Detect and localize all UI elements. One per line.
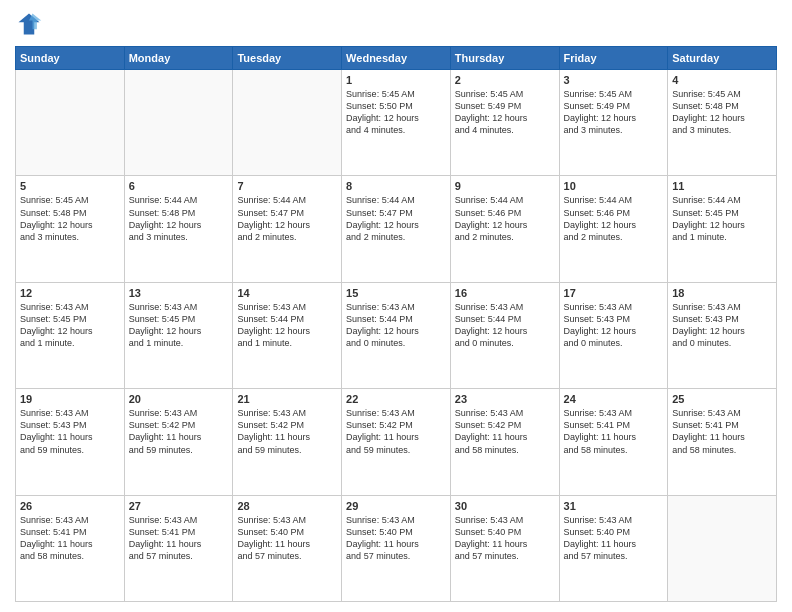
day-number: 15 (346, 287, 446, 299)
weekday-header-saturday: Saturday (668, 47, 777, 70)
day-info: Sunrise: 5:44 AM Sunset: 5:47 PM Dayligh… (346, 194, 446, 243)
day-cell: 2Sunrise: 5:45 AM Sunset: 5:49 PM Daylig… (450, 70, 559, 176)
day-cell: 24Sunrise: 5:43 AM Sunset: 5:41 PM Dayli… (559, 389, 668, 495)
day-info: Sunrise: 5:44 AM Sunset: 5:46 PM Dayligh… (564, 194, 664, 243)
day-cell: 4Sunrise: 5:45 AM Sunset: 5:48 PM Daylig… (668, 70, 777, 176)
day-info: Sunrise: 5:43 AM Sunset: 5:42 PM Dayligh… (237, 407, 337, 456)
logo (15, 10, 47, 38)
day-info: Sunrise: 5:45 AM Sunset: 5:49 PM Dayligh… (455, 88, 555, 137)
day-cell: 31Sunrise: 5:43 AM Sunset: 5:40 PM Dayli… (559, 495, 668, 601)
day-number: 9 (455, 180, 555, 192)
day-cell: 5Sunrise: 5:45 AM Sunset: 5:48 PM Daylig… (16, 176, 125, 282)
day-info: Sunrise: 5:43 AM Sunset: 5:44 PM Dayligh… (346, 301, 446, 350)
day-info: Sunrise: 5:43 AM Sunset: 5:43 PM Dayligh… (20, 407, 120, 456)
day-cell: 12Sunrise: 5:43 AM Sunset: 5:45 PM Dayli… (16, 282, 125, 388)
week-row-3: 12Sunrise: 5:43 AM Sunset: 5:45 PM Dayli… (16, 282, 777, 388)
day-number: 12 (20, 287, 120, 299)
day-number: 8 (346, 180, 446, 192)
day-info: Sunrise: 5:45 AM Sunset: 5:48 PM Dayligh… (20, 194, 120, 243)
day-cell: 14Sunrise: 5:43 AM Sunset: 5:44 PM Dayli… (233, 282, 342, 388)
day-number: 14 (237, 287, 337, 299)
weekday-header-monday: Monday (124, 47, 233, 70)
week-row-5: 26Sunrise: 5:43 AM Sunset: 5:41 PM Dayli… (16, 495, 777, 601)
header (15, 10, 777, 38)
day-cell: 9Sunrise: 5:44 AM Sunset: 5:46 PM Daylig… (450, 176, 559, 282)
day-number: 1 (346, 74, 446, 86)
day-number: 5 (20, 180, 120, 192)
day-info: Sunrise: 5:43 AM Sunset: 5:41 PM Dayligh… (564, 407, 664, 456)
day-info: Sunrise: 5:43 AM Sunset: 5:43 PM Dayligh… (672, 301, 772, 350)
day-info: Sunrise: 5:45 AM Sunset: 5:49 PM Dayligh… (564, 88, 664, 137)
day-info: Sunrise: 5:43 AM Sunset: 5:41 PM Dayligh… (20, 514, 120, 563)
day-number: 2 (455, 74, 555, 86)
day-cell: 25Sunrise: 5:43 AM Sunset: 5:41 PM Dayli… (668, 389, 777, 495)
weekday-header-friday: Friday (559, 47, 668, 70)
day-number: 29 (346, 500, 446, 512)
day-cell: 30Sunrise: 5:43 AM Sunset: 5:40 PM Dayli… (450, 495, 559, 601)
day-info: Sunrise: 5:43 AM Sunset: 5:41 PM Dayligh… (129, 514, 229, 563)
day-cell: 20Sunrise: 5:43 AM Sunset: 5:42 PM Dayli… (124, 389, 233, 495)
day-info: Sunrise: 5:45 AM Sunset: 5:50 PM Dayligh… (346, 88, 446, 137)
day-info: Sunrise: 5:45 AM Sunset: 5:48 PM Dayligh… (672, 88, 772, 137)
weekday-header-thursday: Thursday (450, 47, 559, 70)
day-cell: 10Sunrise: 5:44 AM Sunset: 5:46 PM Dayli… (559, 176, 668, 282)
day-number: 4 (672, 74, 772, 86)
day-info: Sunrise: 5:43 AM Sunset: 5:45 PM Dayligh… (129, 301, 229, 350)
day-number: 6 (129, 180, 229, 192)
day-info: Sunrise: 5:43 AM Sunset: 5:44 PM Dayligh… (237, 301, 337, 350)
day-cell: 29Sunrise: 5:43 AM Sunset: 5:40 PM Dayli… (342, 495, 451, 601)
day-number: 30 (455, 500, 555, 512)
day-info: Sunrise: 5:43 AM Sunset: 5:43 PM Dayligh… (564, 301, 664, 350)
day-info: Sunrise: 5:43 AM Sunset: 5:44 PM Dayligh… (455, 301, 555, 350)
day-info: Sunrise: 5:44 AM Sunset: 5:46 PM Dayligh… (455, 194, 555, 243)
day-number: 25 (672, 393, 772, 405)
day-cell: 22Sunrise: 5:43 AM Sunset: 5:42 PM Dayli… (342, 389, 451, 495)
day-info: Sunrise: 5:43 AM Sunset: 5:40 PM Dayligh… (237, 514, 337, 563)
day-info: Sunrise: 5:43 AM Sunset: 5:40 PM Dayligh… (455, 514, 555, 563)
logo-icon (15, 10, 43, 38)
day-cell: 23Sunrise: 5:43 AM Sunset: 5:42 PM Dayli… (450, 389, 559, 495)
day-number: 22 (346, 393, 446, 405)
day-number: 16 (455, 287, 555, 299)
weekday-header-row: SundayMondayTuesdayWednesdayThursdayFrid… (16, 47, 777, 70)
week-row-2: 5Sunrise: 5:45 AM Sunset: 5:48 PM Daylig… (16, 176, 777, 282)
day-cell: 27Sunrise: 5:43 AM Sunset: 5:41 PM Dayli… (124, 495, 233, 601)
day-number: 23 (455, 393, 555, 405)
day-number: 31 (564, 500, 664, 512)
day-number: 20 (129, 393, 229, 405)
day-info: Sunrise: 5:44 AM Sunset: 5:47 PM Dayligh… (237, 194, 337, 243)
day-number: 13 (129, 287, 229, 299)
day-number: 26 (20, 500, 120, 512)
day-cell: 21Sunrise: 5:43 AM Sunset: 5:42 PM Dayli… (233, 389, 342, 495)
calendar-table: SundayMondayTuesdayWednesdayThursdayFrid… (15, 46, 777, 602)
day-number: 28 (237, 500, 337, 512)
day-info: Sunrise: 5:43 AM Sunset: 5:40 PM Dayligh… (346, 514, 446, 563)
day-cell: 1Sunrise: 5:45 AM Sunset: 5:50 PM Daylig… (342, 70, 451, 176)
day-cell: 17Sunrise: 5:43 AM Sunset: 5:43 PM Dayli… (559, 282, 668, 388)
day-number: 10 (564, 180, 664, 192)
day-cell: 11Sunrise: 5:44 AM Sunset: 5:45 PM Dayli… (668, 176, 777, 282)
weekday-header-sunday: Sunday (16, 47, 125, 70)
day-info: Sunrise: 5:43 AM Sunset: 5:45 PM Dayligh… (20, 301, 120, 350)
day-info: Sunrise: 5:43 AM Sunset: 5:42 PM Dayligh… (455, 407, 555, 456)
day-info: Sunrise: 5:44 AM Sunset: 5:48 PM Dayligh… (129, 194, 229, 243)
day-cell: 15Sunrise: 5:43 AM Sunset: 5:44 PM Dayli… (342, 282, 451, 388)
day-info: Sunrise: 5:43 AM Sunset: 5:41 PM Dayligh… (672, 407, 772, 456)
day-cell: 19Sunrise: 5:43 AM Sunset: 5:43 PM Dayli… (16, 389, 125, 495)
day-cell (16, 70, 125, 176)
day-number: 11 (672, 180, 772, 192)
day-cell: 3Sunrise: 5:45 AM Sunset: 5:49 PM Daylig… (559, 70, 668, 176)
day-info: Sunrise: 5:43 AM Sunset: 5:40 PM Dayligh… (564, 514, 664, 563)
day-cell: 18Sunrise: 5:43 AM Sunset: 5:43 PM Dayli… (668, 282, 777, 388)
day-cell: 16Sunrise: 5:43 AM Sunset: 5:44 PM Dayli… (450, 282, 559, 388)
day-cell: 6Sunrise: 5:44 AM Sunset: 5:48 PM Daylig… (124, 176, 233, 282)
day-number: 24 (564, 393, 664, 405)
day-cell: 28Sunrise: 5:43 AM Sunset: 5:40 PM Dayli… (233, 495, 342, 601)
day-cell: 13Sunrise: 5:43 AM Sunset: 5:45 PM Dayli… (124, 282, 233, 388)
weekday-header-wednesday: Wednesday (342, 47, 451, 70)
day-number: 7 (237, 180, 337, 192)
day-cell (233, 70, 342, 176)
week-row-4: 19Sunrise: 5:43 AM Sunset: 5:43 PM Dayli… (16, 389, 777, 495)
week-row-1: 1Sunrise: 5:45 AM Sunset: 5:50 PM Daylig… (16, 70, 777, 176)
day-number: 27 (129, 500, 229, 512)
